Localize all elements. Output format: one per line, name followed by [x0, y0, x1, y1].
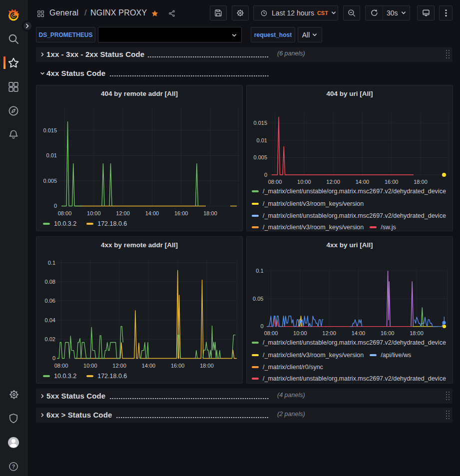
- svg-text:16:00: 16:00: [385, 179, 399, 185]
- svg-text:0: 0: [260, 323, 263, 329]
- svg-text:0.04: 0.04: [45, 317, 55, 323]
- svg-text:10:00: 10:00: [83, 363, 97, 369]
- svg-text:14:00: 14:00: [142, 363, 156, 369]
- svg-text:0: 0: [264, 172, 267, 178]
- svg-text:12:00: 12:00: [112, 363, 126, 369]
- svg-text:0.1: 0.1: [48, 260, 55, 266]
- svg-text:0.005: 0.005: [43, 178, 57, 184]
- svg-text:08:00: 08:00: [264, 330, 278, 336]
- svg-text:16:00: 16:00: [174, 210, 188, 216]
- svg-text:18:00: 18:00: [414, 179, 428, 185]
- svg-text:08:00: 08:00: [54, 363, 68, 369]
- svg-text:10:00: 10:00: [297, 179, 311, 185]
- svg-text:18:00: 18:00: [200, 363, 214, 369]
- svg-text:08:00: 08:00: [268, 179, 282, 185]
- svg-text:14:00: 14:00: [356, 179, 370, 185]
- svg-text:12:00: 12:00: [322, 330, 336, 336]
- svg-text:?: ?: [12, 464, 15, 470]
- svg-text:0.01: 0.01: [257, 137, 267, 143]
- svg-text:08:00: 08:00: [58, 210, 72, 216]
- svg-text:0: 0: [52, 355, 55, 361]
- svg-text:14:00: 14:00: [352, 330, 366, 336]
- svg-text:18:00: 18:00: [410, 330, 424, 336]
- svg-text:0.005: 0.005: [253, 154, 267, 160]
- svg-text:16:00: 16:00: [171, 363, 185, 369]
- svg-text:16:00: 16:00: [381, 330, 395, 336]
- svg-text:10:00: 10:00: [293, 330, 307, 336]
- svg-text:0: 0: [54, 203, 57, 209]
- svg-text:0.1: 0.1: [256, 268, 263, 274]
- svg-text:18:00: 18:00: [203, 210, 217, 216]
- svg-text:0.015: 0.015: [253, 120, 267, 126]
- svg-text:10:00: 10:00: [87, 210, 101, 216]
- svg-text:0.08: 0.08: [45, 279, 55, 285]
- svg-text:12:00: 12:00: [116, 210, 130, 216]
- svg-text:0.05: 0.05: [253, 296, 263, 302]
- svg-text:0.06: 0.06: [45, 298, 55, 304]
- svg-text:0.02: 0.02: [45, 336, 55, 342]
- svg-text:0.015: 0.015: [43, 127, 57, 133]
- svg-text:14:00: 14:00: [145, 210, 159, 216]
- svg-text:12:00: 12:00: [326, 179, 340, 185]
- svg-text:0.01: 0.01: [46, 152, 57, 158]
